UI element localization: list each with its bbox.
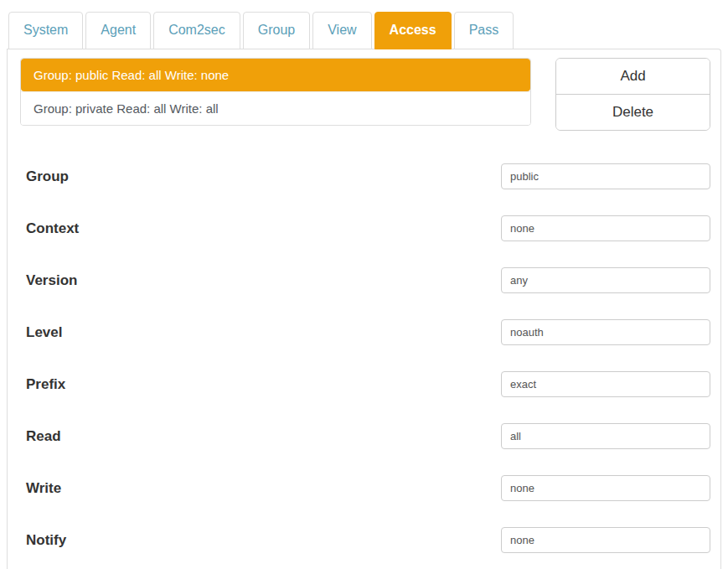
form-row-context: Context (20, 215, 710, 241)
add-button[interactable]: Add (556, 59, 710, 94)
tab-pass[interactable]: Pass (454, 12, 514, 49)
tab-bar: System Agent Com2sec Group View Access P… (0, 12, 728, 49)
access-tab-panel: Group: public Read: all Write: none Grou… (7, 49, 721, 569)
tab-view[interactable]: View (312, 12, 371, 49)
delete-button[interactable]: Delete (556, 94, 710, 130)
level-input[interactable] (501, 319, 710, 345)
version-label: Version (20, 272, 77, 289)
form-row-read: Read (20, 423, 710, 449)
access-list-section: Group: public Read: all Write: none Grou… (20, 58, 710, 131)
access-entry-private[interactable]: Group: private Read: all Write: all (21, 91, 530, 125)
form-row-version: Version (20, 267, 710, 293)
tab-access[interactable]: Access (374, 12, 452, 49)
tab-group[interactable]: Group (243, 12, 310, 49)
read-label: Read (20, 428, 61, 445)
form-row-prefix: Prefix (20, 371, 710, 397)
form-row-group: Group (20, 163, 710, 189)
level-label: Level (20, 324, 62, 341)
form-row-notify: Notify (20, 527, 710, 553)
prefix-input[interactable] (501, 371, 710, 397)
access-entry-form: Group Context Version Level Prefix Read (20, 163, 710, 553)
form-row-write: Write (20, 475, 710, 501)
access-entry-public[interactable]: Group: public Read: all Write: none (21, 59, 530, 91)
version-input[interactable] (501, 267, 710, 293)
access-entries-list: Group: public Read: all Write: none Grou… (20, 58, 531, 126)
snmp-config-page: System Agent Com2sec Group View Access P… (0, 0, 728, 569)
write-label: Write (20, 480, 61, 497)
tab-agent[interactable]: Agent (85, 12, 151, 49)
prefix-label: Prefix (20, 376, 65, 393)
context-input[interactable] (501, 215, 710, 241)
read-input[interactable] (501, 423, 710, 449)
form-row-level: Level (20, 319, 710, 345)
tab-com2sec[interactable]: Com2sec (153, 12, 240, 49)
tab-system[interactable]: System (8, 12, 83, 49)
notify-label: Notify (20, 532, 66, 549)
group-label: Group (20, 168, 69, 185)
notify-input[interactable] (501, 527, 710, 553)
context-label: Context (20, 220, 79, 237)
write-input[interactable] (501, 475, 710, 501)
list-action-buttons: Add Delete (555, 58, 710, 131)
group-input[interactable] (501, 163, 710, 189)
